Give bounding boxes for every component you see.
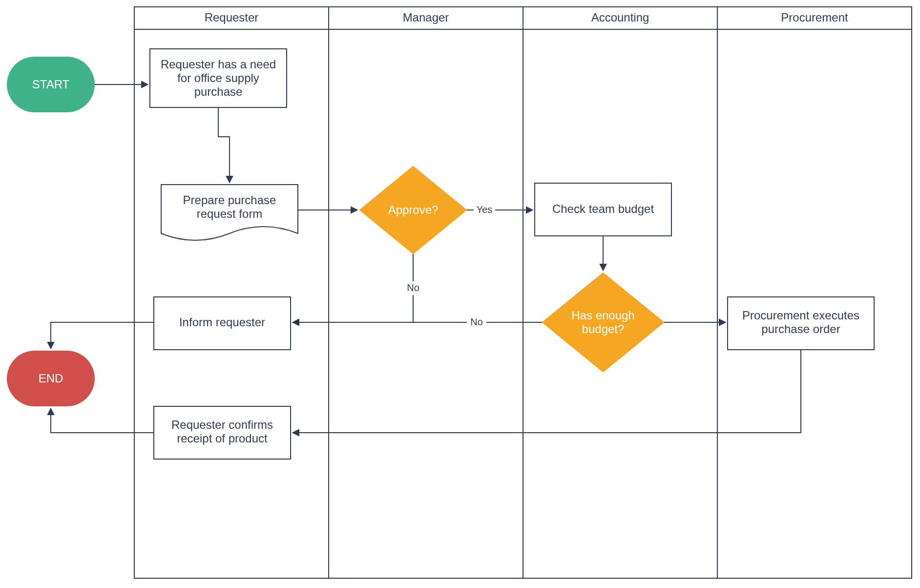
node-confirm-line2: receipt of product xyxy=(177,432,268,445)
node-inform: Inform requester xyxy=(154,297,291,350)
node-execute-line2: purchase order xyxy=(761,322,840,336)
edge-approve-no xyxy=(293,254,413,322)
node-need-line1: Requester has a need xyxy=(161,58,276,71)
node-confirm-line1: Requester confirms xyxy=(171,418,273,431)
node-confirm: Requester confirms receipt of product xyxy=(154,406,291,459)
node-need-line3: purchase xyxy=(194,85,243,98)
edge-confirm-end xyxy=(51,408,154,433)
edge-label-approve-yes: Yes xyxy=(477,204,493,215)
end-terminator: END xyxy=(7,351,95,406)
node-inform-text: Inform requester xyxy=(179,315,265,329)
node-check-budget-text: Check team budget xyxy=(552,202,654,215)
decision-budget-line2: budget? xyxy=(582,322,625,336)
decision-approve-text: Approve? xyxy=(388,203,439,216)
node-need-line2: for office supply xyxy=(177,71,259,84)
decision-has-budget: Has enough budget? xyxy=(542,273,664,372)
start-terminator: START xyxy=(7,57,95,112)
node-prepare-line1: Prepare purchase xyxy=(183,193,276,207)
start-label: START xyxy=(32,78,70,91)
edge-need-prepare xyxy=(218,107,230,183)
node-execute: Procurement executes purchase order xyxy=(728,297,874,350)
lane-header-procurement: Procurement xyxy=(781,11,848,24)
edge-execute-confirm xyxy=(293,350,801,433)
decision-approve: Approve? xyxy=(359,166,467,254)
node-execute-line1: Procurement executes xyxy=(742,309,859,322)
edge-label-approve-no: No xyxy=(407,282,419,293)
edges xyxy=(51,84,801,433)
node-prepare-line2: request form xyxy=(197,207,263,220)
lane-header-manager: Manager xyxy=(403,11,449,24)
decision-budget-line1: Has enough xyxy=(571,309,634,322)
lane-header-accounting: Accounting xyxy=(591,11,649,24)
edge-label-budget-no: No xyxy=(470,316,483,327)
swimlane-flowchart: Requester Manager Accounting Procurement… xyxy=(0,0,920,588)
node-check-budget: Check team budget xyxy=(535,183,671,236)
edge-inform-end xyxy=(51,322,154,349)
end-label: END xyxy=(39,372,63,385)
lane-header-requester: Requester xyxy=(205,11,259,24)
node-need: Requester has a need for office supply p… xyxy=(150,49,287,107)
node-prepare: Prepare purchase request form xyxy=(161,185,298,240)
